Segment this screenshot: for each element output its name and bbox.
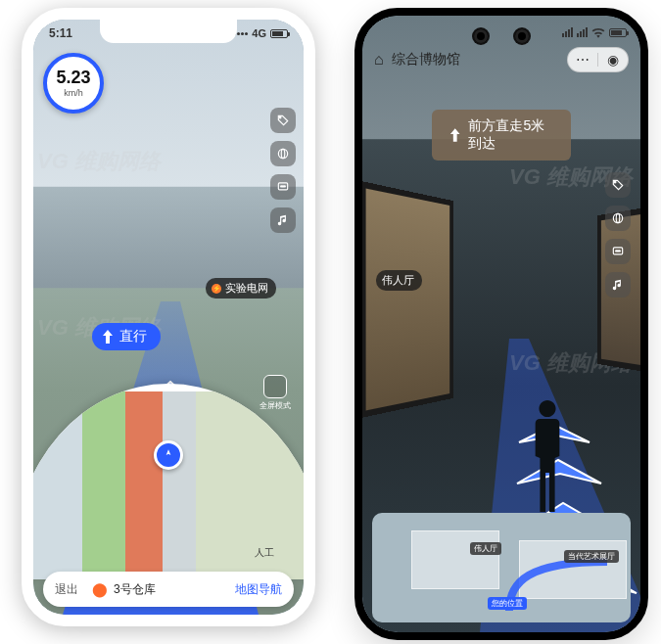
signal-icon <box>562 27 573 37</box>
map-nav-link[interactable]: 地图导航 <box>235 581 282 598</box>
svg-point-8 <box>613 213 622 222</box>
camera-cutout <box>466 27 537 45</box>
destination-label: 3号仓库 <box>114 581 235 598</box>
direction-pill: 直行 <box>92 323 161 350</box>
tool-icon-column <box>270 108 296 233</box>
direction-label: 直行 <box>119 328 147 345</box>
direction-banner: 前方直走5米到达 <box>432 110 571 161</box>
screen-right: VG 维购网络 VG 维购网络 ⌂ 综合博物馆 ⋯ ◉ 前方直走5米到达 <box>362 16 640 632</box>
phone-right: VG 维购网络 VG 维购网络 ⌂ 综合博物馆 ⋯ ◉ 前方直走5米到达 <box>354 8 648 640</box>
app-bar: ⌂ 综合博物馆 ⋯ ◉ <box>362 43 640 76</box>
speed-gauge: 5.23 km/h <box>43 53 104 114</box>
svg-point-13 <box>619 251 620 252</box>
screen-left: VG 维购网络 VG 维购网络 <box>33 20 304 615</box>
svg-point-12 <box>617 251 618 252</box>
home-icon[interactable]: ⌂ <box>374 51 384 69</box>
miniprogram-capsule: ⋯ ◉ <box>567 47 629 72</box>
signal-icon <box>577 27 588 37</box>
music-icon[interactable] <box>605 272 631 298</box>
poi-chip[interactable]: 伟人厅 <box>376 270 422 291</box>
fullscreen-chip[interactable]: 全屏模式 <box>259 375 292 411</box>
direction-text: 前方直走5米到达 <box>468 117 553 153</box>
poi-label: 伟人厅 <box>382 273 414 288</box>
speed-unit: km/h <box>64 88 83 98</box>
minimap-label-b: 当代艺术展厅 <box>564 550 619 563</box>
minimap[interactable]: 伟人厅 当代艺术展厅 您的位置 <box>372 513 631 622</box>
minimap-you-label: 您的位置 <box>488 597 527 610</box>
link-icon[interactable] <box>270 141 296 166</box>
pin-icon: ⬤ <box>92 581 108 597</box>
fullscreen-icon <box>263 375 287 398</box>
qr-icon[interactable] <box>605 206 631 231</box>
message-icon[interactable] <box>605 239 631 264</box>
status-time: 5:11 <box>49 26 72 40</box>
status-network: 4G <box>252 27 266 39</box>
tool-icon-column <box>605 172 631 298</box>
phone-left: VG 维购网络 VG 维购网络 <box>22 8 315 626</box>
iphone-notch <box>100 20 237 43</box>
svg-point-1 <box>278 149 287 158</box>
arrow-up-icon <box>102 330 114 344</box>
svg-point-6 <box>284 186 285 187</box>
message-icon[interactable] <box>270 174 296 200</box>
capsule-menu-icon[interactable]: ⋯ <box>568 52 597 68</box>
person-silhouette <box>529 397 566 515</box>
svg-point-11 <box>616 251 617 252</box>
compass-button[interactable] <box>154 440 183 470</box>
battery-icon <box>609 28 627 37</box>
arrow-up-icon <box>449 127 460 143</box>
speed-value: 5.23 <box>56 69 90 86</box>
svg-point-0 <box>279 116 281 118</box>
compass-needle-icon <box>162 448 175 462</box>
fullscreen-label: 全屏模式 <box>259 400 292 411</box>
poi-label: 实验电网 <box>225 281 268 296</box>
minimap-poi-label: 人工 <box>255 546 274 560</box>
music-icon[interactable] <box>270 207 296 233</box>
exit-button[interactable]: 退出 <box>55 581 78 598</box>
tag-icon[interactable] <box>605 172 631 198</box>
svg-point-7 <box>614 181 616 183</box>
app-title: 综合博物馆 <box>392 51 559 69</box>
svg-point-4 <box>281 186 282 187</box>
poi-chip[interactable]: ⚡ 实验电网 <box>206 278 276 299</box>
capsule-close-icon[interactable]: ◉ <box>598 52 628 68</box>
svg-point-9 <box>616 213 620 222</box>
watermark: VG 维购网络 <box>37 147 161 176</box>
battery-icon <box>270 29 288 38</box>
minimap-label-a: 伟人厅 <box>470 542 501 555</box>
svg-point-5 <box>282 186 283 187</box>
tag-icon[interactable] <box>270 108 296 133</box>
bottom-bar: 退出 ⬤ 3号仓库 地图导航 <box>43 572 294 607</box>
wifi-icon <box>591 26 605 38</box>
poi-dot-icon: ⚡ <box>212 284 221 294</box>
svg-point-2 <box>281 149 285 158</box>
